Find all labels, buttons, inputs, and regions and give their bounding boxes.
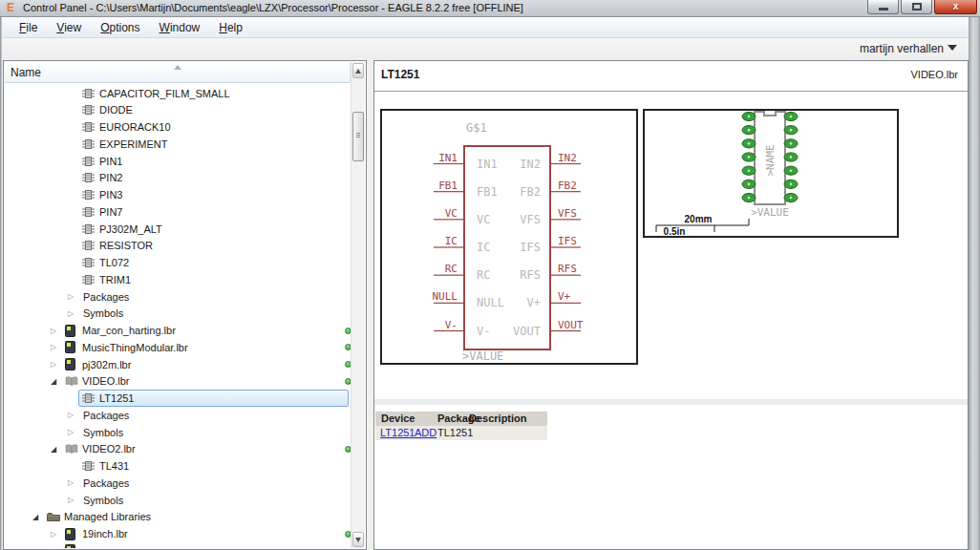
menu-file[interactable]: File — [10, 19, 47, 36]
tree-item-pin2[interactable]: PIN2 — [5, 169, 351, 186]
expand-arrow-icon[interactable]: ▷ — [68, 475, 74, 492]
tree-item-label: Managed Libraries — [64, 508, 151, 525]
device-icon — [82, 457, 95, 475]
maximize-button[interactable] — [901, 0, 932, 14]
pin-name-right: VFS — [558, 207, 577, 220]
tree-scrollbar[interactable] — [351, 62, 365, 548]
expand-arrow-icon[interactable]: ▷ — [51, 356, 56, 373]
pin-name-left: V- — [445, 319, 458, 331]
tree-item-tl072[interactable]: TL072 — [5, 254, 351, 271]
tree-item-managed-libraries[interactable]: ◢Managed Libraries — [5, 508, 351, 525]
menu-options[interactable]: Options — [91, 19, 149, 36]
pin-name-left: FB1 — [438, 180, 458, 192]
tree-item-label: Symbols — [83, 305, 123, 322]
tree-item-symbols[interactable]: ▷Symbols — [5, 492, 351, 509]
tree-item-trim1[interactable]: TRIM1 — [5, 271, 351, 288]
tree-item-video2-lbr[interactable]: ◢VIDEO2.lbr — [5, 440, 351, 457]
expand-arrow-icon[interactable]: ▷ — [68, 407, 74, 424]
expand-arrow-icon[interactable]: ▷ — [51, 322, 56, 339]
expand-arrow-icon[interactable]: ◢ — [51, 440, 56, 457]
tree-item-label: Packages — [83, 475, 129, 492]
package-value-label: >VALUE — [751, 206, 789, 219]
expand-arrow-icon[interactable]: ▷ — [51, 542, 56, 548]
tree-item-lt1251[interactable]: LT1251 — [5, 390, 351, 407]
tree-item-pin1[interactable]: PIN1 — [5, 153, 351, 170]
expand-arrow-icon[interactable]: ◢ — [32, 508, 38, 525]
tree-item-eurorack10[interactable]: EURORACK10 — [5, 118, 351, 136]
add-device-link[interactable]: ADD — [415, 427, 437, 438]
tree-item-experiment[interactable]: EXPERIMENT — [5, 136, 351, 153]
preview-table-splitter[interactable] — [374, 399, 968, 405]
menu-window[interactable]: Window — [150, 19, 210, 36]
symbol-preview: G$1IN1IN1FB1FB1VCVCICICRCRCNULLNULLV-V-I… — [380, 109, 638, 365]
tree-item-resistor[interactable]: RESISTOR — [5, 237, 351, 254]
expand-arrow-icon[interactable]: ▷ — [68, 305, 74, 322]
pad-center — [748, 116, 751, 118]
tree-item-partial[interactable]: ▷ — [5, 542, 351, 548]
device-icon — [82, 254, 95, 271]
tree-item-symbols[interactable]: ▷Symbols — [5, 424, 351, 441]
scroll-down-button[interactable] — [352, 532, 364, 547]
package-drawing: >NAME>VALUE20mm0.5in — [645, 111, 897, 236]
tree-item-19inch-lbr[interactable]: ▷19inch.lbr — [5, 525, 351, 542]
device-detail-panel: LT1251 VIDEO.lbr G$1IN1IN1FB1FB1VCVCICIC… — [373, 60, 969, 550]
pad-center — [790, 129, 793, 132]
tree-item-musicthingmodular-lbr[interactable]: ▷MusicThingModular.lbr — [5, 339, 351, 356]
library-icon — [65, 525, 75, 542]
titlebar[interactable]: E Control Panel - C:\Users\Martijn\Docum… — [0, 0, 980, 17]
device-icon — [82, 101, 95, 118]
pad-label-right: FB2 — [520, 185, 541, 199]
device-library-name: VIDEO.lbr — [910, 69, 958, 80]
tree-item-label: VIDEO2.lbr — [82, 440, 136, 457]
tree-item-label: EURORACK10 — [99, 118, 171, 136]
tree-item-pj302m-alt[interactable]: PJ302M_ALT — [5, 221, 351, 238]
tree-item-pin7[interactable]: PIN7 — [5, 203, 351, 221]
header-divider — [374, 91, 968, 92]
expand-arrow-icon[interactable]: ▷ — [68, 492, 74, 509]
expand-arrow-icon[interactable]: ▷ — [68, 288, 74, 306]
device-package-name: TL1251 — [437, 427, 473, 438]
expand-arrow-icon[interactable]: ▷ — [51, 525, 56, 542]
tree-item-capacitor-film-small[interactable]: CAPACITOR_FILM_SMALL — [5, 85, 351, 102]
tree-item-diode[interactable]: DIODE — [5, 101, 351, 118]
close-button[interactable]: x — [934, 0, 977, 14]
tree-item-pj302m-lbr[interactable]: ▷pj302m.lbr — [5, 356, 351, 373]
scrollbar-thumb[interactable] — [352, 112, 364, 161]
control-panel-window: E Control Panel - C:\Users\Martijn\Docum… — [0, 0, 980, 550]
tree-item-label: Symbols — [83, 424, 123, 441]
user-account-dropdown[interactable]: martijn verhallen — [747, 38, 957, 60]
tree-column-header-name[interactable]: Name — [5, 62, 351, 83]
window-frame-right — [969, 17, 980, 550]
scroll-down-icon — [355, 538, 361, 542]
minimize-button[interactable] — [867, 0, 899, 14]
menu-view[interactable]: View — [47, 19, 91, 36]
tree-item-packages[interactable]: ▷Packages — [5, 475, 351, 492]
tree-item-mar-con-harting-lbr[interactable]: ▷Mar_con_harting.lbr — [5, 322, 351, 339]
folder-icon — [47, 508, 60, 525]
tree-item-packages[interactable]: ▷Packages — [5, 288, 351, 306]
expand-arrow-icon[interactable]: ◢ — [51, 372, 56, 390]
pad-center — [748, 183, 751, 186]
menu-help[interactable]: Help — [209, 19, 252, 36]
package-preview: >NAME>VALUE20mm0.5in — [643, 109, 899, 238]
device-icon — [82, 237, 95, 254]
openbook-icon — [65, 372, 78, 390]
pad-center — [790, 156, 793, 159]
tree-item-symbols[interactable]: ▷Symbols — [5, 305, 351, 322]
col-description: Description — [469, 412, 527, 424]
eagle-app-icon[interactable]: E — [4, 1, 17, 14]
expand-arrow-icon[interactable]: ▷ — [51, 339, 56, 356]
device-link[interactable]: LT1251 — [380, 427, 415, 438]
pad-center — [748, 142, 751, 145]
expand-arrow-icon[interactable]: ▷ — [68, 424, 74, 441]
tree-item-packages[interactable]: ▷Packages — [5, 407, 351, 424]
tree-item-label: Packages — [83, 288, 129, 306]
pin-name-right: VOUT — [558, 319, 584, 331]
tree-item-tl431[interactable]: TL431 — [5, 457, 351, 475]
menu-bar: FileViewOptionsWindowHelp — [2, 17, 969, 38]
tree-item-pin3[interactable]: PIN3 — [5, 186, 351, 203]
scroll-up-button[interactable] — [352, 63, 364, 78]
tree-item-video-lbr[interactable]: ◢VIDEO.lbr — [5, 372, 351, 390]
pin-name-left: VC — [445, 207, 458, 220]
pad-label-right: VFS — [520, 213, 541, 226]
